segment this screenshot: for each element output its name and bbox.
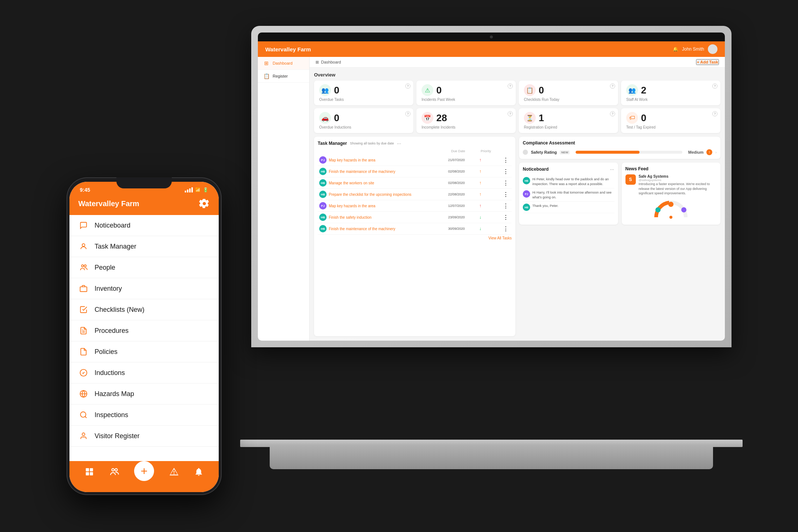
- signal-bar-3: [189, 188, 191, 192]
- svg-point-13: [82, 433, 85, 436]
- priority-icon: ↑: [479, 169, 501, 174]
- svg-point-0: [669, 216, 672, 219]
- sidebar-item-policies[interactable]: Policies: [69, 341, 219, 362]
- nav-label-checklists: Checklists (New): [95, 306, 144, 314]
- phone-status-icons: 📶 🔋: [185, 187, 208, 192]
- task-manager-card: Task Manager Showing all tasks by due da…: [314, 137, 515, 336]
- task-name[interactable]: Map key hazards in the area: [329, 204, 375, 208]
- sidebar-item-inventory[interactable]: Inventory: [69, 278, 219, 299]
- task-due-date: 22/08/2020: [448, 192, 478, 196]
- view-all-tasks-link[interactable]: View All Tasks: [318, 236, 512, 240]
- info-icon-incidents[interactable]: ?: [508, 83, 513, 89]
- svg-point-4: [82, 244, 85, 246]
- task-row-menu[interactable]: ⋮: [503, 225, 510, 232]
- sidebar-item-procedures[interactable]: Procedures: [69, 320, 219, 341]
- info-icon-test-tag[interactable]: ?: [712, 111, 717, 116]
- svg-line-12: [85, 416, 86, 418]
- tab-people[interactable]: [109, 467, 119, 479]
- tab-home[interactable]: [85, 467, 94, 479]
- info-icon-checklists[interactable]: ?: [610, 83, 615, 89]
- message-avatar: PJ: [523, 190, 530, 198]
- stat-number-incomplete: 28: [436, 112, 447, 124]
- task-name[interactable]: Finish the safety induction: [329, 215, 372, 219]
- stat-card-checklists: ? 📋 0 Checklists Run Today: [519, 81, 618, 105]
- noticeboard-message: PJ Hi Harry, I'll look into that tomorro…: [523, 188, 614, 202]
- message-text: Hi Peter, kindly head over to the paddoc…: [532, 177, 614, 186]
- laptop-camera: [490, 35, 493, 38]
- task-name[interactable]: Map key hazards in the area: [329, 158, 375, 162]
- svg-rect-7: [80, 287, 87, 291]
- task-row-menu[interactable]: ⋮: [503, 157, 510, 164]
- breadcrumb-label: Dashboard: [321, 60, 341, 64]
- task-name[interactable]: Prepare the checklist for the upcoming i…: [329, 192, 411, 197]
- nav-label-policies: Policies: [95, 348, 117, 356]
- task-name[interactable]: Finish the maintenance of the machinery: [329, 170, 395, 174]
- stat-card-inductions: ? 🚗 0 Overdue Inductions: [314, 108, 413, 133]
- task-row-menu[interactable]: ⋮: [503, 180, 510, 187]
- stat-card-incidents: ? ⚠ 0 Incidents Past Week: [416, 81, 516, 105]
- task-avatar: HB: [319, 214, 327, 221]
- tab-add[interactable]: +: [134, 461, 154, 481]
- task-name[interactable]: Manage the workers on site: [329, 181, 374, 185]
- sidebar-item-visitor-register[interactable]: Visitor Register: [69, 426, 219, 447]
- sidebar-item-inductions[interactable]: Inductions: [69, 362, 219, 383]
- people-icon: [78, 262, 89, 273]
- stat-label-test-tag: Test / Tag Expired: [626, 125, 715, 129]
- phone: 9:45 📶 🔋 Watervalley Farm: [66, 177, 222, 495]
- task-row-menu[interactable]: ⋮: [503, 202, 510, 209]
- task-due-date: 02/08/2020: [448, 181, 478, 185]
- message-avatar: HB: [523, 177, 530, 184]
- policies-icon: [78, 347, 89, 357]
- sidebar-item-noticeboard[interactable]: Noticeboard: [69, 215, 219, 236]
- stat-label-incomplete: Incomplete Incidents: [422, 125, 511, 129]
- sidebar-item-register[interactable]: 📋 Register: [258, 70, 309, 83]
- task-name[interactable]: Finish the maintenance of the machinery: [329, 227, 395, 231]
- info-icon-overdue-tasks[interactable]: ?: [405, 83, 410, 89]
- message-text: Thank you, Peter.: [532, 204, 559, 211]
- app-header-right: 🔔 John Smith: [673, 44, 717, 54]
- task-manager-menu-icon[interactable]: ···: [397, 140, 401, 146]
- main-toolbar: ⊞ Dashboard + Add Task: [310, 57, 725, 68]
- sidebar-item-dashboard[interactable]: ⊞ Dashboard: [258, 57, 309, 70]
- stat-number-checklists: 0: [539, 85, 544, 96]
- register-icon: 📋: [263, 73, 270, 79]
- sidebar-item-hazards-map[interactable]: Hazards Map: [69, 383, 219, 405]
- safety-bar-fill: [576, 151, 640, 154]
- priority-icon: ↓: [479, 226, 501, 231]
- task-row-menu[interactable]: ⋮: [503, 214, 510, 221]
- info-icon-inductions[interactable]: ?: [405, 111, 410, 116]
- info-icon-incomplete[interactable]: ?: [508, 111, 513, 116]
- sidebar-item-checklists[interactable]: Checklists (New): [69, 299, 219, 320]
- bell-icon[interactable]: 🔔: [673, 47, 678, 52]
- info-icon-registration[interactable]: ?: [610, 111, 615, 116]
- noticeboard-menu-icon[interactable]: ···: [610, 166, 614, 172]
- message-text: Hi Harry, I'll look into that tomorrow a…: [532, 190, 614, 200]
- newsfeed-content: Safe Ag Systems @safeagsystems Introduci…: [639, 174, 717, 196]
- inspections-icon: [78, 410, 89, 420]
- user-name: John Smith: [682, 47, 704, 52]
- priority-icon: ↑: [479, 192, 501, 197]
- compliance-title: Compliance Assessment: [523, 140, 717, 146]
- sidebar-item-task-manager[interactable]: Task Manager: [69, 236, 219, 257]
- laptop: Watervalley Farm 🔔 John Smith ⊞ D: [251, 26, 732, 469]
- stat-label-registration: Registration Expired: [524, 125, 613, 129]
- gear-icon[interactable]: [199, 198, 210, 209]
- task-avatar: PJ: [319, 156, 327, 164]
- newsfeed-author: Safe Ag Systems: [639, 174, 717, 178]
- task-row-menu[interactable]: ⋮: [503, 168, 510, 175]
- noticeboard-icon: [78, 220, 89, 231]
- sidebar-item-people[interactable]: People: [69, 257, 219, 278]
- tab-alert[interactable]: [194, 467, 204, 479]
- avatar: [708, 44, 717, 54]
- stat-icon-checklists: 📋: [524, 84, 536, 96]
- stat-number-registration: 1: [539, 112, 544, 124]
- tab-hazard[interactable]: [169, 467, 179, 479]
- task-row-menu[interactable]: ⋮: [503, 191, 510, 198]
- sidebar-item-inspections[interactable]: Inspections: [69, 405, 219, 426]
- compliance-info-icon[interactable]: ›: [715, 150, 717, 154]
- info-icon-staff[interactable]: ?: [712, 83, 717, 89]
- add-task-button[interactable]: + Add Task: [696, 59, 719, 65]
- hazard-tab-icon: [169, 467, 179, 479]
- breadcrumb-icon: ⊞: [316, 60, 319, 65]
- sidebar-label-register: Register: [273, 74, 288, 78]
